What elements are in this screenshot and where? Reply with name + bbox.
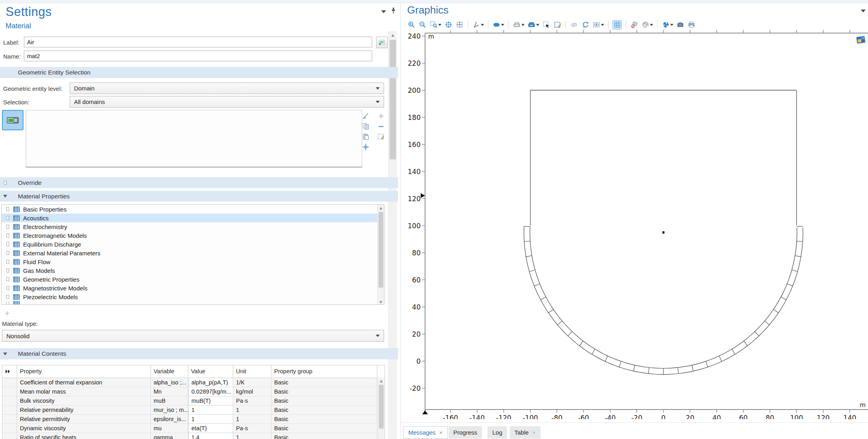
value-cell[interactable]: alpha_p(pA,T) bbox=[188, 378, 233, 387]
table-row[interactable]: Relative permeabilitymur_iso ; m...11Bas… bbox=[2, 406, 384, 415]
copy-selection-icon[interactable] bbox=[361, 122, 370, 131]
table-scrollbar[interactable]: ▲ bbox=[378, 378, 384, 439]
table-row[interactable]: Ratio of specific heatsgamma1.41Basic bbox=[2, 433, 384, 439]
tab-progress[interactable]: Progress bbox=[449, 426, 482, 439]
label-input[interactable] bbox=[24, 37, 372, 47]
section-geometric-entity-selection[interactable]: Geometric Entity Selection bbox=[0, 67, 398, 78]
chevron-right-icon[interactable] bbox=[6, 207, 9, 211]
settings-scrollbar[interactable]: ▲ bbox=[388, 31, 397, 439]
value-cell[interactable]: 1.4 bbox=[188, 433, 233, 439]
property-group-row[interactable]: Fluid Flow bbox=[2, 257, 384, 266]
active-selection-toggle-button[interactable] bbox=[2, 110, 23, 130]
scrollbar-thumb[interactable] bbox=[378, 212, 383, 288]
section-override[interactable]: Override bbox=[0, 177, 398, 188]
chevron-right-icon[interactable] bbox=[6, 260, 9, 264]
settings-menu-icon[interactable] bbox=[381, 10, 386, 13]
material-contents-table[interactable]: PropertyVariableValueUnitProperty groupC… bbox=[2, 365, 385, 439]
chevron-right-icon[interactable] bbox=[6, 225, 9, 229]
property-group-cell: Basic bbox=[271, 387, 377, 396]
svg-text:240: 240 bbox=[408, 32, 421, 40]
chevron-right-icon[interactable] bbox=[6, 251, 9, 255]
tab-messages[interactable]: Messages× bbox=[403, 426, 448, 439]
selection-dropdown[interactable]: All domains bbox=[70, 96, 384, 108]
add-to-selection-icon[interactable] bbox=[376, 112, 385, 120]
property-group-row[interactable]: External Material Parameters bbox=[2, 249, 384, 257]
remove-from-selection-icon[interactable] bbox=[376, 122, 385, 131]
svg-text:140: 140 bbox=[408, 168, 421, 176]
property-group-row[interactable]: Electrochemistry bbox=[2, 222, 384, 231]
unit-cell: 1 bbox=[233, 415, 271, 424]
table-row[interactable]: Dynamic viscositymueta(T)Pa·sBasic bbox=[2, 424, 384, 433]
table-row[interactable]: Mean molar massMn0.02897[kg/m...kg/molBa… bbox=[2, 387, 384, 396]
pin-icon[interactable] bbox=[391, 7, 396, 14]
property-group-row[interactable]: Gas Models bbox=[2, 266, 384, 275]
selection-tools bbox=[360, 110, 388, 154]
material-group-icon bbox=[13, 241, 20, 247]
column-header[interactable]: Value bbox=[188, 365, 233, 378]
tab-log[interactable]: Log bbox=[488, 426, 507, 439]
column-header[interactable]: Variable bbox=[151, 365, 188, 378]
tab-table[interactable]: Table× bbox=[510, 426, 541, 439]
svg-text:100: 100 bbox=[408, 222, 421, 230]
property-group-row[interactable]: Magnetostrictive Models bbox=[2, 284, 384, 292]
section-material-properties[interactable]: Material Properties bbox=[0, 191, 398, 202]
section-material-contents[interactable]: Material Contents bbox=[0, 348, 398, 359]
value-cell[interactable]: eta(T) bbox=[188, 424, 233, 433]
property-group-row-partial[interactable] bbox=[2, 301, 384, 304]
column-header[interactable]: Unit bbox=[233, 365, 271, 378]
chevron-right-icon[interactable] bbox=[6, 216, 9, 220]
property-group-row[interactable]: Piezoelectric Models bbox=[2, 292, 384, 301]
table-row[interactable]: Coefficient of thermal expansionalpha_is… bbox=[2, 378, 384, 387]
plot-type-icon[interactable] bbox=[856, 35, 866, 44]
material-group-icon bbox=[13, 215, 20, 221]
expand-columns-icon[interactable] bbox=[2, 365, 17, 378]
name-input[interactable] bbox=[24, 51, 372, 61]
chevron-right-icon[interactable] bbox=[6, 277, 9, 281]
plot-canvas[interactable]: 240220200180160140120100806040200-20-160… bbox=[401, 3, 868, 419]
svg-text:120: 120 bbox=[408, 195, 421, 203]
value-cell[interactable]: muB(T) bbox=[188, 396, 233, 406]
activate-selection-icon[interactable] bbox=[361, 112, 370, 120]
entity-level-dropdown[interactable]: Domain bbox=[70, 82, 384, 94]
toggle-switch-icon bbox=[7, 116, 19, 124]
table-row[interactable]: Relative permittivityepsilonr_is...11Bas… bbox=[2, 415, 384, 424]
column-header[interactable]: Property group bbox=[271, 365, 377, 378]
close-icon[interactable]: × bbox=[532, 429, 536, 436]
chevron-right-icon[interactable] bbox=[6, 295, 9, 299]
chevron-right-icon[interactable] bbox=[6, 242, 9, 246]
property-group-row[interactable]: Basic Properties bbox=[2, 205, 384, 214]
rename-button[interactable] bbox=[376, 37, 388, 48]
property-group-row[interactable]: Electromagnetic Models bbox=[2, 231, 384, 240]
paste-selection-icon[interactable] bbox=[361, 132, 370, 141]
svg-text:80: 80 bbox=[412, 249, 421, 257]
value-cell[interactable]: 1 bbox=[188, 406, 233, 415]
list-scrollbar[interactable]: ▲ ▼ bbox=[377, 205, 384, 305]
value-cell[interactable]: 0.02897[kg/m... bbox=[188, 387, 233, 396]
material-properties-list[interactable]: Basic PropertiesAcousticsElectrochemistr… bbox=[1, 204, 384, 305]
value-cell[interactable]: 1 bbox=[188, 415, 233, 424]
scrollbar-thumb[interactable] bbox=[390, 40, 396, 159]
property-group-row[interactable]: Geometric Properties bbox=[2, 275, 384, 284]
property-group-row[interactable]: Equilibrium Discharge bbox=[2, 240, 384, 249]
section-title: Material Properties bbox=[18, 193, 70, 200]
table-row[interactable]: Bulk viscositymuBmuB(T)Pa·sBasic bbox=[2, 396, 384, 406]
chevron-right-icon[interactable] bbox=[6, 286, 9, 290]
chevron-down-icon bbox=[3, 195, 7, 198]
property-group-cell: Basic bbox=[271, 415, 377, 424]
svg-text:0: 0 bbox=[661, 414, 666, 419]
property-group-label: Electrochemistry bbox=[23, 223, 67, 230]
property-group-cell: Basic bbox=[271, 406, 377, 415]
property-group-label: Gas Models bbox=[23, 267, 55, 274]
variable-cell: mu bbox=[151, 424, 188, 433]
chevron-right-icon[interactable] bbox=[6, 233, 9, 237]
material-type-dropdown[interactable]: Nonsolid bbox=[2, 330, 384, 342]
chevron-right-icon[interactable] bbox=[6, 268, 9, 272]
center-selection-icon[interactable] bbox=[361, 143, 370, 151]
close-icon[interactable]: × bbox=[439, 429, 443, 436]
selection-listbox[interactable] bbox=[26, 110, 362, 168]
property-group-row[interactable]: Acoustics bbox=[2, 214, 384, 222]
zoom-to-selection-box-icon[interactable] bbox=[376, 132, 385, 141]
column-header[interactable]: Property bbox=[17, 365, 151, 378]
rename-icon bbox=[378, 39, 385, 46]
add-property-button[interactable]: + bbox=[5, 309, 10, 318]
